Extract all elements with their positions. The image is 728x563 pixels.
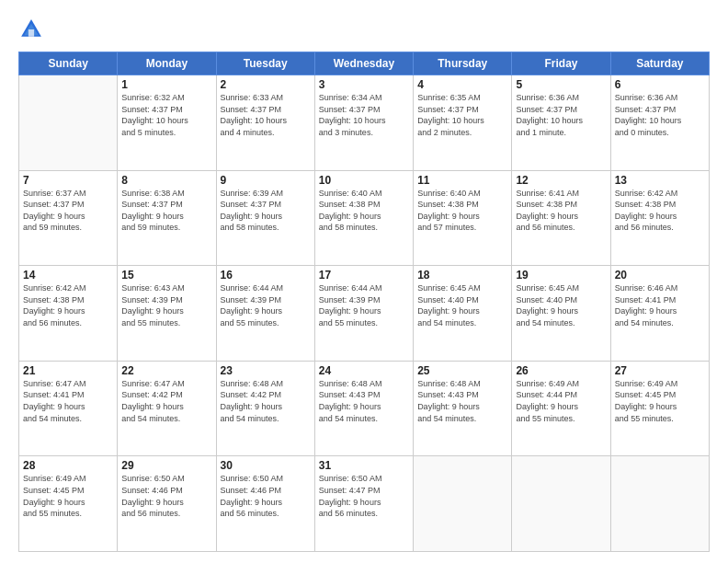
calendar-cell: 1Sunrise: 6:32 AM Sunset: 4:37 PM Daylig… <box>118 75 216 171</box>
day-number: 30 <box>221 459 311 472</box>
calendar-cell: 14Sunrise: 6:42 AM Sunset: 4:38 PM Dayli… <box>19 266 118 362</box>
calendar-cell: 7Sunrise: 6:37 AM Sunset: 4:37 PM Daylig… <box>19 170 118 266</box>
day-info: Sunrise: 6:36 AM Sunset: 4:37 PM Dayligh… <box>516 92 606 138</box>
day-number: 13 <box>615 174 705 187</box>
day-number: 16 <box>221 269 311 282</box>
day-info: Sunrise: 6:37 AM Sunset: 4:37 PM Dayligh… <box>23 188 113 234</box>
weekday-header-thursday: Thursday <box>414 52 512 75</box>
calendar-cell: 17Sunrise: 6:44 AM Sunset: 4:39 PM Dayli… <box>314 266 413 362</box>
calendar-cell <box>512 456 610 552</box>
day-info: Sunrise: 6:47 AM Sunset: 4:42 PM Dayligh… <box>121 378 211 424</box>
day-info: Sunrise: 6:38 AM Sunset: 4:37 PM Dayligh… <box>121 188 211 234</box>
day-info: Sunrise: 6:45 AM Sunset: 4:40 PM Dayligh… <box>516 282 606 328</box>
day-info: Sunrise: 6:33 AM Sunset: 4:37 PM Dayligh… <box>221 92 311 138</box>
day-number: 29 <box>121 459 211 472</box>
day-number: 11 <box>417 174 507 187</box>
calendar-cell: 23Sunrise: 6:48 AM Sunset: 4:42 PM Dayli… <box>216 361 314 456</box>
calendar-cell: 10Sunrise: 6:40 AM Sunset: 4:38 PM Dayli… <box>314 170 413 266</box>
day-number: 9 <box>221 174 311 187</box>
day-info: Sunrise: 6:40 AM Sunset: 4:38 PM Dayligh… <box>417 188 507 234</box>
day-number: 25 <box>417 364 507 377</box>
calendar-cell: 8Sunrise: 6:38 AM Sunset: 4:37 PM Daylig… <box>118 170 216 266</box>
day-number: 31 <box>319 459 409 472</box>
calendar-cell: 27Sunrise: 6:49 AM Sunset: 4:45 PM Dayli… <box>610 361 709 456</box>
calendar-cell: 12Sunrise: 6:41 AM Sunset: 4:38 PM Dayli… <box>512 170 610 266</box>
week-row-4: 28Sunrise: 6:49 AM Sunset: 4:45 PM Dayli… <box>19 456 710 552</box>
day-info: Sunrise: 6:50 AM Sunset: 4:46 PM Dayligh… <box>121 473 211 519</box>
day-info: Sunrise: 6:47 AM Sunset: 4:41 PM Dayligh… <box>23 378 113 424</box>
day-number: 1 <box>121 78 211 91</box>
day-number: 3 <box>319 78 409 91</box>
day-number: 10 <box>319 174 409 187</box>
day-number: 26 <box>516 364 606 377</box>
day-number: 18 <box>417 269 507 282</box>
day-info: Sunrise: 6:36 AM Sunset: 4:37 PM Dayligh… <box>615 92 705 138</box>
calendar-cell: 15Sunrise: 6:43 AM Sunset: 4:39 PM Dayli… <box>118 266 216 362</box>
day-number: 5 <box>516 78 606 91</box>
day-number: 6 <box>615 78 705 91</box>
weekday-header-sunday: Sunday <box>19 52 118 75</box>
week-row-2: 14Sunrise: 6:42 AM Sunset: 4:38 PM Dayli… <box>19 266 710 362</box>
weekday-header-friday: Friday <box>512 52 610 75</box>
calendar-cell: 5Sunrise: 6:36 AM Sunset: 4:37 PM Daylig… <box>512 75 610 171</box>
day-number: 14 <box>23 269 113 282</box>
calendar-cell <box>414 456 512 552</box>
week-row-1: 7Sunrise: 6:37 AM Sunset: 4:37 PM Daylig… <box>19 170 710 266</box>
day-number: 28 <box>23 459 113 472</box>
day-info: Sunrise: 6:48 AM Sunset: 4:42 PM Dayligh… <box>221 378 311 424</box>
day-info: Sunrise: 6:50 AM Sunset: 4:47 PM Dayligh… <box>319 473 409 519</box>
day-info: Sunrise: 6:48 AM Sunset: 4:43 PM Dayligh… <box>319 378 409 424</box>
calendar-cell: 25Sunrise: 6:48 AM Sunset: 4:43 PM Dayli… <box>414 361 512 456</box>
day-info: Sunrise: 6:42 AM Sunset: 4:38 PM Dayligh… <box>615 188 705 234</box>
calendar-cell: 3Sunrise: 6:34 AM Sunset: 4:37 PM Daylig… <box>314 75 413 171</box>
header <box>18 17 710 42</box>
week-row-0: 1Sunrise: 6:32 AM Sunset: 4:37 PM Daylig… <box>19 75 710 171</box>
calendar-cell: 22Sunrise: 6:47 AM Sunset: 4:42 PM Dayli… <box>118 361 216 456</box>
calendar-cell <box>610 456 709 552</box>
day-number: 12 <box>516 174 606 187</box>
svg-rect-2 <box>28 29 34 37</box>
calendar-cell: 28Sunrise: 6:49 AM Sunset: 4:45 PM Dayli… <box>19 456 118 552</box>
day-info: Sunrise: 6:34 AM Sunset: 4:37 PM Dayligh… <box>319 92 409 138</box>
calendar-cell: 11Sunrise: 6:40 AM Sunset: 4:38 PM Dayli… <box>414 170 512 266</box>
calendar-table: SundayMondayTuesdayWednesdayThursdayFrid… <box>18 52 710 552</box>
day-number: 15 <box>121 269 211 282</box>
calendar-cell: 20Sunrise: 6:46 AM Sunset: 4:41 PM Dayli… <box>610 266 709 362</box>
day-number: 4 <box>417 78 507 91</box>
page: SundayMondayTuesdayWednesdayThursdayFrid… <box>0 0 728 563</box>
calendar-cell: 24Sunrise: 6:48 AM Sunset: 4:43 PM Dayli… <box>314 361 413 456</box>
logo <box>18 17 50 42</box>
calendar-cell <box>19 75 118 171</box>
calendar-cell: 2Sunrise: 6:33 AM Sunset: 4:37 PM Daylig… <box>216 75 314 171</box>
day-number: 19 <box>516 269 606 282</box>
day-number: 23 <box>221 364 311 377</box>
day-info: Sunrise: 6:49 AM Sunset: 4:45 PM Dayligh… <box>615 378 705 424</box>
day-info: Sunrise: 6:46 AM Sunset: 4:41 PM Dayligh… <box>615 282 705 328</box>
day-info: Sunrise: 6:48 AM Sunset: 4:43 PM Dayligh… <box>417 378 507 424</box>
day-info: Sunrise: 6:42 AM Sunset: 4:38 PM Dayligh… <box>23 282 113 328</box>
day-info: Sunrise: 6:45 AM Sunset: 4:40 PM Dayligh… <box>417 282 507 328</box>
day-info: Sunrise: 6:40 AM Sunset: 4:38 PM Dayligh… <box>319 188 409 234</box>
weekday-header-wednesday: Wednesday <box>314 52 413 75</box>
weekday-header-row: SundayMondayTuesdayWednesdayThursdayFrid… <box>19 52 710 75</box>
calendar-cell: 29Sunrise: 6:50 AM Sunset: 4:46 PM Dayli… <box>118 456 216 552</box>
day-number: 2 <box>221 78 311 91</box>
calendar-cell: 16Sunrise: 6:44 AM Sunset: 4:39 PM Dayli… <box>216 266 314 362</box>
day-info: Sunrise: 6:35 AM Sunset: 4:37 PM Dayligh… <box>417 92 507 138</box>
weekday-header-monday: Monday <box>118 52 216 75</box>
day-number: 8 <box>121 174 211 187</box>
calendar-cell: 18Sunrise: 6:45 AM Sunset: 4:40 PM Dayli… <box>414 266 512 362</box>
day-number: 20 <box>615 269 705 282</box>
day-number: 21 <box>23 364 113 377</box>
day-info: Sunrise: 6:49 AM Sunset: 4:44 PM Dayligh… <box>516 378 606 424</box>
day-number: 24 <box>319 364 409 377</box>
weekday-header-tuesday: Tuesday <box>216 52 314 75</box>
day-info: Sunrise: 6:32 AM Sunset: 4:37 PM Dayligh… <box>121 92 211 138</box>
day-info: Sunrise: 6:49 AM Sunset: 4:45 PM Dayligh… <box>23 473 113 519</box>
day-info: Sunrise: 6:44 AM Sunset: 4:39 PM Dayligh… <box>319 282 409 328</box>
calendar-cell: 13Sunrise: 6:42 AM Sunset: 4:38 PM Dayli… <box>610 170 709 266</box>
day-number: 22 <box>121 364 211 377</box>
calendar-cell: 21Sunrise: 6:47 AM Sunset: 4:41 PM Dayli… <box>19 361 118 456</box>
calendar-cell: 6Sunrise: 6:36 AM Sunset: 4:37 PM Daylig… <box>610 75 709 171</box>
day-info: Sunrise: 6:44 AM Sunset: 4:39 PM Dayligh… <box>221 282 311 328</box>
